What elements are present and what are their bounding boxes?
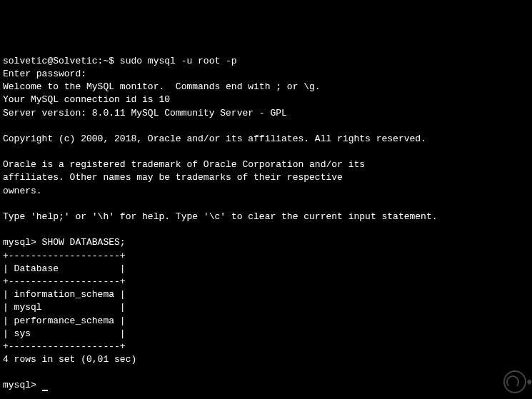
table-border-header: +--------------------+ (3, 276, 126, 287)
mysql-prompt-active[interactable]: mysql> (3, 380, 42, 390)
table-row: | performance_schema | (3, 315, 126, 326)
table-border-bottom: +--------------------+ (3, 341, 126, 352)
terminal-output: solvetic@Solvetic:~$ sudo mysql -u root … (3, 55, 529, 393)
password-prompt: Enter password: (3, 69, 86, 79)
cursor-icon (42, 390, 48, 391)
trademark-1: Oracle is a registered trademark of Orac… (3, 159, 365, 170)
shell-command: sudo mysql -u root -p (120, 56, 237, 66)
connection-id: Your MySQL connection id is 10 (3, 94, 170, 105)
result-summary: 4 rows in set (0,01 sec) (3, 354, 136, 365)
trademark-3: owners. (3, 186, 42, 196)
table-row: | information_schema | (3, 289, 126, 300)
table-header: | Database | (3, 263, 126, 274)
shell-prompt: solvetic@Solvetic:~$ (3, 56, 120, 66)
watermark-icon (503, 370, 526, 393)
sql-command: SHOW DATABASES; (42, 237, 126, 248)
table-border-top: +--------------------+ (3, 251, 126, 261)
table-row: | mysql | (3, 302, 126, 313)
help-text: Type 'help;' or '\h' for help. Type '\c'… (3, 211, 438, 222)
server-version: Server version: 8.0.11 MySQL Community S… (3, 108, 287, 118)
welcome-text: Welcome to the MySQL monitor. Commands e… (3, 81, 321, 92)
trademark-2: affiliates. Other names may be trademark… (3, 172, 343, 183)
mysql-prompt: mysql> (3, 237, 42, 248)
table-row: | sys | (3, 328, 126, 339)
copyright: Copyright (c) 2000, 2018, Oracle and/or … (3, 133, 426, 144)
